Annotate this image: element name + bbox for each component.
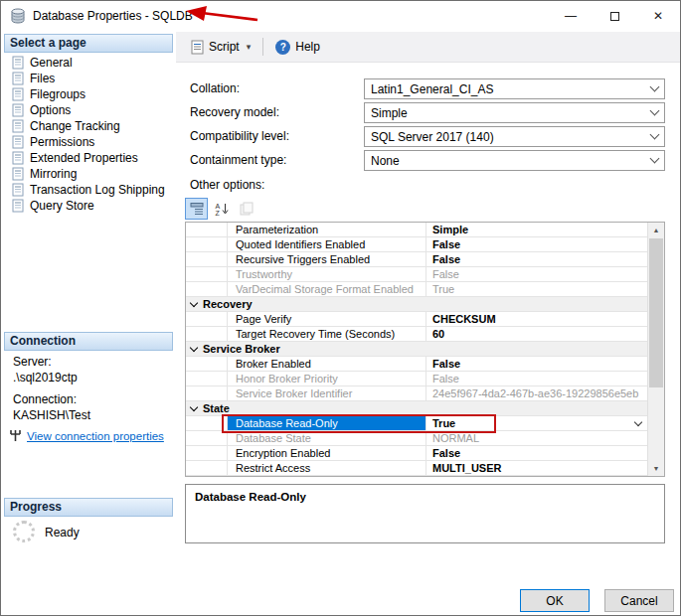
property-row-recursive-triggers-enabled[interactable]: Recursive Triggers Enabled False <box>186 252 647 267</box>
property-value[interactable]: False <box>426 446 647 460</box>
sidebar-page-options[interactable]: Options <box>4 102 173 118</box>
az-sort-icon: A Z <box>215 202 229 216</box>
property-value[interactable]: False <box>426 372 647 385</box>
page-icon <box>12 167 25 181</box>
property-row-target-recovery-time-seconds[interactable]: Target Recovery Time (Seconds) 60 <box>186 327 647 342</box>
collation-value: Latin1_General_CI_AS <box>371 82 651 96</box>
category-row-state[interactable]: State <box>186 401 647 416</box>
property-value[interactable]: True <box>426 416 647 430</box>
property-value[interactable]: False <box>426 267 647 281</box>
compatibility-level-dropdown[interactable]: SQL Server 2017 (140) <box>364 126 665 147</box>
property-row-page-verify[interactable]: Page Verify CHECKSUM <box>186 312 647 327</box>
property-name: Broker Enabled <box>228 357 426 371</box>
property-value-text: False <box>432 253 460 265</box>
property-value[interactable]: False <box>426 237 647 251</box>
property-row-quoted-identifiers-enabled[interactable]: Quoted Identifiers Enabled False <box>186 237 647 252</box>
property-row-vardecimal-storage-format-enabled[interactable]: VarDecimal Storage Format Enabled True <box>186 282 647 297</box>
view-connection-properties-link[interactable]: View connection properties <box>27 430 164 442</box>
categorized-view-button[interactable] <box>185 198 208 220</box>
containment-type-dropdown[interactable]: None <box>364 150 665 171</box>
collapse-chevron-icon[interactable] <box>190 343 198 351</box>
property-name: Database Read-Only <box>228 416 426 430</box>
property-row-database-state[interactable]: Database State NORMAL <box>186 431 647 446</box>
property-name: Restrict Access <box>228 461 426 475</box>
property-value[interactable]: True <box>426 282 647 296</box>
property-name: VarDecimal Storage Format Enabled <box>228 282 426 296</box>
maximize-button[interactable] <box>593 1 636 31</box>
sidebar-page-files[interactable]: Files <box>4 71 173 86</box>
alphabetical-sort-button[interactable]: A Z <box>210 198 233 220</box>
value-dropdown-button[interactable] <box>630 416 645 430</box>
sidebar-page-extended-properties[interactable]: Extended Properties <box>4 150 173 166</box>
close-button[interactable]: ✕ <box>636 1 680 31</box>
property-name: Recursive Triggers Enabled <box>228 252 426 266</box>
collation-dropdown[interactable]: Latin1_General_CI_AS <box>364 78 665 99</box>
svg-text:Z: Z <box>215 210 220 217</box>
category-row-service-broker[interactable]: Service Broker <box>186 342 647 357</box>
property-value[interactable]: 24e5f967-4da2-467b-ae36-19229856e5eb <box>426 386 647 400</box>
property-grid-rows: Parameterization Simple Quoted Identifie… <box>186 223 647 476</box>
cancel-button[interactable]: Cancel <box>604 589 674 612</box>
sidebar-page-mirroring[interactable]: Mirroring <box>4 166 173 182</box>
view-connection-properties[interactable]: View connection properties <box>9 429 164 442</box>
property-row-parameterization[interactable]: Parameterization Simple <box>186 223 647 237</box>
property-value[interactable]: NORMAL <box>426 431 647 445</box>
page-icon <box>12 87 25 101</box>
sidebar-page-permissions[interactable]: Permissions <box>4 134 173 150</box>
description-title: Database Read-Only <box>195 491 655 503</box>
page-icon <box>12 72 25 85</box>
row-indent <box>186 416 228 430</box>
window-controls: — ✕ <box>549 1 680 31</box>
script-dropdown-icon[interactable]: ▾ <box>247 42 252 52</box>
property-value[interactable]: 60 <box>426 327 647 341</box>
progress-spinner-icon <box>13 521 35 542</box>
property-pages-icon <box>240 202 254 216</box>
database-properties-window: Database Properties - SQLDB — ✕ Select a… <box>0 0 681 616</box>
recovery-model-dropdown[interactable]: Simple <box>364 102 665 123</box>
scroll-down-button[interactable]: ▼ <box>648 461 664 476</box>
window-title: Database Properties - SQLDB <box>33 9 193 23</box>
property-row-trustworthy[interactable]: Trustworthy False <box>186 267 647 282</box>
property-value[interactable]: MULTI_USER <box>426 461 647 475</box>
property-name: Page Verify <box>228 312 426 326</box>
property-row-honor-broker-priority[interactable]: Honor Broker Priority False <box>186 372 647 386</box>
property-row-broker-enabled[interactable]: Broker Enabled False <box>186 357 647 372</box>
vertical-scrollbar[interactable]: ▲ ▼ <box>647 223 664 476</box>
page-icon <box>12 119 25 133</box>
sidebar-page-filegroups[interactable]: Filegroups <box>4 86 173 102</box>
category-row-recovery[interactable]: Recovery <box>186 297 647 312</box>
collapse-chevron-icon[interactable] <box>190 402 198 410</box>
minimize-button[interactable]: — <box>549 1 593 31</box>
help-button[interactable]: ? Help <box>268 35 327 59</box>
property-grid-toolbar: A Z <box>185 198 257 220</box>
script-button[interactable]: Script ▾ <box>184 35 257 59</box>
property-value-text: NORMAL <box>432 432 479 444</box>
sidebar-page-transaction-log-shipping[interactable]: Transaction Log Shipping <box>4 182 173 198</box>
property-value[interactable]: Simple <box>426 223 647 236</box>
property-row-encryption-enabled[interactable]: Encryption Enabled False <box>186 446 647 461</box>
row-indent <box>186 372 228 385</box>
sidebar-page-general[interactable]: General <box>4 55 173 71</box>
options-page: Collation: Latin1_General_CI_AS Recovery… <box>176 63 680 615</box>
property-name: Encryption Enabled <box>228 446 426 460</box>
sidebar-page-change-tracking[interactable]: Change Tracking <box>4 118 173 134</box>
property-value[interactable]: CHECKSUM <box>426 312 647 326</box>
sidebar-page-label: Query Store <box>30 199 94 213</box>
compatibility-level-label: Compatibility level: <box>190 126 289 147</box>
property-row-restrict-access[interactable]: Restrict Access MULTI_USER <box>186 461 647 476</box>
scroll-up-button[interactable]: ▲ <box>648 223 664 237</box>
property-name: Parameterization <box>228 223 426 236</box>
sidebar-page-query-store[interactable]: Query Store <box>4 198 173 214</box>
categorized-icon <box>190 202 204 216</box>
property-value[interactable]: False <box>426 357 647 371</box>
property-value-text: MULTI_USER <box>432 462 501 474</box>
recovery-model-value: Simple <box>371 106 651 120</box>
scrollbar-thumb[interactable] <box>649 238 663 387</box>
collapse-chevron-icon[interactable] <box>190 298 198 306</box>
property-row-service-broker-identifier[interactable]: Service Broker Identifier 24e5f967-4da2-… <box>186 386 647 401</box>
property-name: Target Recovery Time (Seconds) <box>228 327 426 341</box>
property-value[interactable]: False <box>426 252 647 266</box>
property-row-database-read-only[interactable]: Database Read-Only True <box>186 416 647 431</box>
sidebar-page-label: Options <box>30 103 71 117</box>
ok-button[interactable]: OK <box>520 589 590 612</box>
